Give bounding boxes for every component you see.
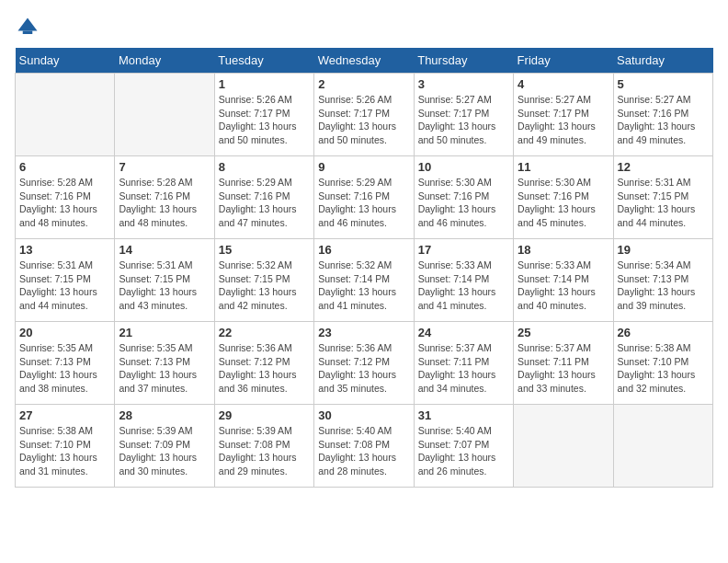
calendar-cell: 17Sunrise: 5:33 AM Sunset: 7:14 PM Dayli… — [414, 239, 513, 322]
day-number: 1 — [219, 77, 310, 91]
day-info: Sunrise: 5:31 AM Sunset: 7:15 PM Dayligh… — [119, 259, 210, 313]
calendar-cell: 31Sunrise: 5:40 AM Sunset: 7:07 PM Dayli… — [414, 405, 513, 488]
day-info: Sunrise: 5:29 AM Sunset: 7:16 PM Dayligh… — [219, 176, 310, 230]
calendar-cell: 16Sunrise: 5:32 AM Sunset: 7:14 PM Dayli… — [314, 239, 414, 322]
calendar-cell — [514, 405, 613, 488]
day-info: Sunrise: 5:26 AM Sunset: 7:17 PM Dayligh… — [219, 93, 310, 147]
day-info: Sunrise: 5:31 AM Sunset: 7:15 PM Dayligh… — [19, 259, 110, 313]
calendar-cell: 30Sunrise: 5:40 AM Sunset: 7:08 PM Dayli… — [314, 405, 414, 488]
day-info: Sunrise: 5:33 AM Sunset: 7:14 PM Dayligh… — [418, 259, 509, 313]
calendar-cell: 8Sunrise: 5:29 AM Sunset: 7:16 PM Daylig… — [214, 156, 313, 239]
day-number: 10 — [418, 160, 509, 174]
day-number: 9 — [318, 160, 409, 174]
day-number: 28 — [119, 408, 210, 422]
day-info: Sunrise: 5:36 AM Sunset: 7:12 PM Dayligh… — [318, 341, 409, 396]
day-number: 14 — [119, 243, 210, 257]
day-number: 19 — [618, 243, 709, 257]
day-number: 20 — [19, 326, 110, 339]
day-info: Sunrise: 5:39 AM Sunset: 7:08 PM Dayligh… — [219, 424, 310, 478]
calendar-cell: 5Sunrise: 5:27 AM Sunset: 7:16 PM Daylig… — [613, 74, 712, 156]
day-info: Sunrise: 5:30 AM Sunset: 7:16 PM Dayligh… — [518, 176, 609, 230]
logo — [15, 15, 44, 40]
col-header-friday: Friday — [514, 48, 613, 74]
day-number: 29 — [219, 408, 310, 422]
day-info: Sunrise: 5:38 AM Sunset: 7:10 PM Dayligh… — [19, 424, 110, 478]
day-number: 3 — [418, 77, 509, 91]
calendar-cell: 13Sunrise: 5:31 AM Sunset: 7:15 PM Dayli… — [16, 239, 115, 322]
col-header-thursday: Thursday — [414, 48, 513, 74]
day-info: Sunrise: 5:40 AM Sunset: 7:07 PM Dayligh… — [418, 424, 509, 478]
calendar-cell: 22Sunrise: 5:36 AM Sunset: 7:12 PM Dayli… — [214, 322, 313, 405]
calendar-cell: 23Sunrise: 5:36 AM Sunset: 7:12 PM Dayli… — [314, 322, 414, 405]
calendar-cell: 15Sunrise: 5:32 AM Sunset: 7:15 PM Dayli… — [214, 239, 313, 322]
day-number: 23 — [318, 326, 409, 339]
day-info: Sunrise: 5:38 AM Sunset: 7:10 PM Dayligh… — [618, 341, 709, 396]
calendar-cell: 10Sunrise: 5:30 AM Sunset: 7:16 PM Dayli… — [414, 156, 513, 239]
calendar-cell: 6Sunrise: 5:28 AM Sunset: 7:16 PM Daylig… — [16, 156, 115, 239]
calendar-cell: 27Sunrise: 5:38 AM Sunset: 7:10 PM Dayli… — [16, 405, 115, 488]
col-header-sunday: Sunday — [16, 48, 115, 74]
col-header-wednesday: Wednesday — [314, 48, 414, 74]
calendar-cell: 2Sunrise: 5:26 AM Sunset: 7:17 PM Daylig… — [314, 74, 414, 156]
day-info: Sunrise: 5:37 AM Sunset: 7:11 PM Dayligh… — [518, 341, 609, 396]
col-header-saturday: Saturday — [613, 48, 712, 74]
calendar-cell: 25Sunrise: 5:37 AM Sunset: 7:11 PM Dayli… — [514, 322, 613, 405]
week-row-2: 6Sunrise: 5:28 AM Sunset: 7:16 PM Daylig… — [16, 156, 713, 239]
day-info: Sunrise: 5:35 AM Sunset: 7:13 PM Dayligh… — [19, 341, 110, 396]
day-info: Sunrise: 5:32 AM Sunset: 7:15 PM Dayligh… — [219, 259, 310, 313]
day-info: Sunrise: 5:28 AM Sunset: 7:16 PM Dayligh… — [19, 176, 110, 230]
day-info: Sunrise: 5:31 AM Sunset: 7:15 PM Dayligh… — [618, 176, 709, 230]
day-number: 21 — [119, 326, 210, 339]
calendar-cell: 19Sunrise: 5:34 AM Sunset: 7:13 PM Dayli… — [613, 239, 712, 322]
svg-rect-1 — [23, 31, 33, 35]
day-number: 2 — [318, 77, 409, 91]
calendar-cell: 29Sunrise: 5:39 AM Sunset: 7:08 PM Dayli… — [214, 405, 313, 488]
col-header-monday: Monday — [115, 48, 214, 74]
day-number: 8 — [219, 160, 310, 174]
week-row-5: 27Sunrise: 5:38 AM Sunset: 7:10 PM Dayli… — [16, 405, 713, 488]
day-info: Sunrise: 5:39 AM Sunset: 7:09 PM Dayligh… — [119, 424, 210, 478]
day-info: Sunrise: 5:27 AM Sunset: 7:17 PM Dayligh… — [418, 93, 509, 147]
day-number: 6 — [19, 160, 110, 174]
day-info: Sunrise: 5:28 AM Sunset: 7:16 PM Dayligh… — [119, 176, 210, 230]
day-info: Sunrise: 5:34 AM Sunset: 7:13 PM Dayligh… — [618, 259, 709, 313]
calendar-cell — [16, 74, 115, 156]
calendar-cell — [613, 405, 712, 488]
day-info: Sunrise: 5:27 AM Sunset: 7:16 PM Dayligh… — [618, 93, 709, 147]
day-info: Sunrise: 5:37 AM Sunset: 7:11 PM Dayligh… — [418, 341, 509, 396]
day-number: 7 — [119, 160, 210, 174]
calendar-cell: 24Sunrise: 5:37 AM Sunset: 7:11 PM Dayli… — [414, 322, 513, 405]
calendar-table: SundayMondayTuesdayWednesdayThursdayFrid… — [15, 48, 713, 488]
calendar-cell: 14Sunrise: 5:31 AM Sunset: 7:15 PM Dayli… — [115, 239, 214, 322]
day-number: 27 — [19, 408, 110, 422]
day-number: 31 — [418, 408, 509, 422]
day-number: 26 — [618, 326, 709, 339]
day-number: 12 — [618, 160, 709, 174]
day-number: 22 — [219, 326, 310, 339]
calendar-cell: 20Sunrise: 5:35 AM Sunset: 7:13 PM Dayli… — [16, 322, 115, 405]
calendar-cell: 11Sunrise: 5:30 AM Sunset: 7:16 PM Dayli… — [514, 156, 613, 239]
week-row-4: 20Sunrise: 5:35 AM Sunset: 7:13 PM Dayli… — [16, 322, 713, 405]
day-info: Sunrise: 5:26 AM Sunset: 7:17 PM Dayligh… — [318, 93, 409, 147]
day-number: 4 — [518, 77, 609, 91]
day-number: 13 — [19, 243, 110, 257]
calendar-cell: 26Sunrise: 5:38 AM Sunset: 7:10 PM Dayli… — [613, 322, 712, 405]
calendar-cell: 21Sunrise: 5:35 AM Sunset: 7:13 PM Dayli… — [115, 322, 214, 405]
day-number: 25 — [518, 326, 609, 339]
calendar-cell: 1Sunrise: 5:26 AM Sunset: 7:17 PM Daylig… — [214, 74, 313, 156]
day-info: Sunrise: 5:30 AM Sunset: 7:16 PM Dayligh… — [418, 176, 509, 230]
day-number: 24 — [418, 326, 509, 339]
day-info: Sunrise: 5:33 AM Sunset: 7:14 PM Dayligh… — [518, 259, 609, 313]
calendar-cell: 4Sunrise: 5:27 AM Sunset: 7:17 PM Daylig… — [514, 74, 613, 156]
calendar-cell: 18Sunrise: 5:33 AM Sunset: 7:14 PM Dayli… — [514, 239, 613, 322]
page-header — [15, 15, 713, 40]
day-number: 11 — [518, 160, 609, 174]
day-number: 30 — [318, 408, 409, 422]
logo-icon — [15, 15, 40, 40]
calendar-cell: 28Sunrise: 5:39 AM Sunset: 7:09 PM Dayli… — [115, 405, 214, 488]
calendar-cell: 12Sunrise: 5:31 AM Sunset: 7:15 PM Dayli… — [613, 156, 712, 239]
day-number: 18 — [518, 243, 609, 257]
day-number: 16 — [318, 243, 409, 257]
day-number: 15 — [219, 243, 310, 257]
day-number: 5 — [618, 77, 709, 91]
